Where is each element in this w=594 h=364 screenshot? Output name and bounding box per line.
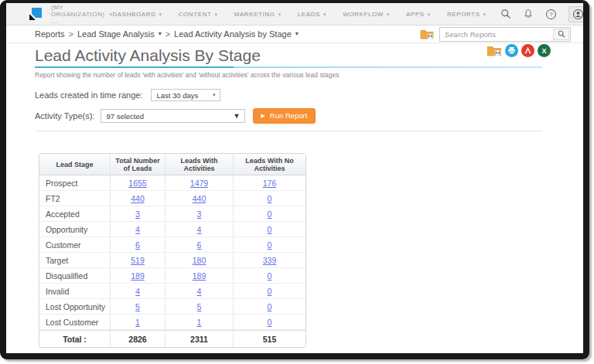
nav-item[interactable]: CONTENT ▾ [179,11,218,18]
with-activities-link[interactable]: 180 [193,256,207,265]
total-leads-link[interactable]: 440 [131,194,145,203]
total-leads-link[interactable]: 5 [135,302,140,311]
organization-label: (MY ORGANIZATION) ... [51,4,104,25]
total-leads-cell: 1 [111,315,166,330]
activity-type-value: 97 selected [106,112,144,121]
save-report-folder-icon[interactable] [486,45,502,57]
with-activities-link[interactable]: 4 [197,287,202,296]
no-activities-cell: 0 [234,299,306,315]
export-excel-icon[interactable]: X [538,44,551,57]
nav-item[interactable]: DASHBOARD ▾ [112,11,162,18]
total-leads-cell: 189 [111,268,166,284]
with-activities-link[interactable]: 1 [197,318,202,327]
select-arrow-icon: ▾ [213,92,216,98]
with-activities-link[interactable]: 6 [197,240,202,250]
with-activities-link[interactable]: 4 [197,225,202,234]
chevron-down-icon[interactable]: ▾ [295,31,299,37]
play-icon: ▶ [261,113,265,118]
app-content: (MY ORGANIZATION) ... ▾ DASHBOARD ▾ CONT… [6,3,583,353]
report-page: X Lead Activity Analysis By Stage Report… [6,43,583,348]
with-activities-link[interactable]: 1479 [190,179,208,188]
total-leads-link[interactable]: 6 [135,240,140,250]
total-leads-link[interactable]: 4 [135,287,140,296]
chevron-down-icon: ▾ [428,12,431,17]
with-activities-link[interactable]: 440 [193,194,207,203]
svg-text:?: ? [549,11,553,18]
no-activities-cell: 0 [234,222,306,237]
total-leads-link[interactable]: 1 [135,318,140,327]
with-activities-link[interactable]: 189 [193,271,207,281]
export-pdf-icon[interactable] [521,44,534,57]
no-activities-link[interactable]: 0 [268,302,272,311]
run-report-button[interactable]: ▶ Run Report [253,108,316,124]
activity-type-select[interactable]: 97 selected ▼ [101,109,245,123]
account-menu[interactable]: ▾ [568,6,583,22]
report-filters: Leads created in time range: Last 30 day… [35,89,583,124]
total-leads-link[interactable]: 4 [135,225,140,234]
chevron-down-icon: ▾ [278,12,282,17]
total-leads-cell: 6 [111,237,166,253]
nav-item[interactable]: REPORTS ▾ [447,11,486,18]
with-activities-link[interactable]: 3 [197,209,202,219]
page-subtitle: Report showing the number of leads 'with… [35,71,583,79]
total-leads-link[interactable]: 1655 [128,179,146,188]
no-activities-link[interactable]: 0 [268,240,272,250]
no-activities-link[interactable]: 0 [268,287,272,296]
nav-item[interactable]: APPS ▾ [406,11,431,18]
table-row: Lost Opportunity 5 5 0 [39,299,306,315]
no-activities-link[interactable]: 0 [268,209,272,219]
with-activities-sum-cell: 2311 [166,330,234,347]
total-leads-link[interactable]: 3 [135,209,140,219]
breadcrumb-reports[interactable]: Reports [35,29,65,39]
no-activities-link[interactable]: 0 [268,194,272,203]
search-submit-button[interactable] [553,29,569,40]
total-leads-cell: 519 [111,253,166,268]
print-icon[interactable] [505,44,518,57]
lead-stage-cell: Invalid [39,284,111,299]
main-nav: DASHBOARD ▾ CONTENT ▾ MARKETING ▾ LEADS … [112,11,486,18]
search-icon[interactable] [500,9,511,19]
col-no-activities: Leads With No Activities [234,154,306,175]
lead-stage-cell: FT2 [39,191,111,206]
app-logo-icon[interactable] [29,8,42,20]
no-activities-cell: 0 [234,268,306,284]
with-activities-cell: 189 [166,268,234,284]
total-leads-cell: 5 [111,299,166,315]
svg-text:X: X [541,47,546,55]
total-leads-cell: 1655 [111,175,166,191]
breadcrumb-current-report[interactable]: Lead Activity Analysis by Stage [174,29,292,39]
with-activities-link[interactable]: 5 [197,302,202,311]
nav-item[interactable]: MARKETING ▾ [234,11,282,18]
nav-item[interactable]: LEADS ▾ [298,11,326,18]
saved-reports-folder-icon[interactable] [420,29,434,40]
notifications-bell-icon[interactable] [523,9,534,19]
table-row: Target 519 180 339 [39,253,306,268]
no-activities-link[interactable]: 339 [263,256,277,265]
nav-item[interactable]: WORKFLOW ▾ [343,11,390,18]
title-underline [35,66,542,68]
no-activities-link[interactable]: 176 [263,179,277,188]
no-activities-link[interactable]: 0 [268,271,272,281]
total-leads-cell: 440 [111,191,166,206]
help-icon[interactable]: ? [545,9,557,20]
organization-menu[interactable]: (MY ORGANIZATION) ... ▾ [51,4,112,25]
chevron-down-icon[interactable]: ▾ [159,31,162,37]
total-leads-link[interactable]: 189 [131,271,145,281]
breadcrumb-lead-stage-analysis[interactable]: Lead Stage Analysis [77,29,155,39]
results-table-container: Lead Stage Total Number of Leads Leads W… [39,153,583,348]
search-reports-input[interactable] [440,30,552,39]
total-leads-link[interactable]: 519 [131,256,145,265]
with-activities-cell: 3 [166,206,234,222]
topbar-icons: ? ▾ [500,6,583,22]
time-range-select[interactable]: Last 30 days ▾ [151,89,220,101]
no-activities-link[interactable]: 0 [268,225,272,234]
breadcrumb-bar: Reports > Lead Stage Analysis ▾ > Lead A… [6,26,583,43]
no-activities-link[interactable]: 0 [268,318,272,327]
lead-stage-cell: Lost Opportunity [39,299,111,315]
time-range-label: Leads created in time range: [35,90,142,100]
table-row: Lost Customer 1 1 0 [39,315,306,330]
no-activities-cell: 339 [234,253,306,268]
total-leads-cell: 4 [111,284,166,299]
chevron-down-icon: ▾ [387,12,390,17]
col-total-leads: Total Number of Leads [111,154,166,175]
